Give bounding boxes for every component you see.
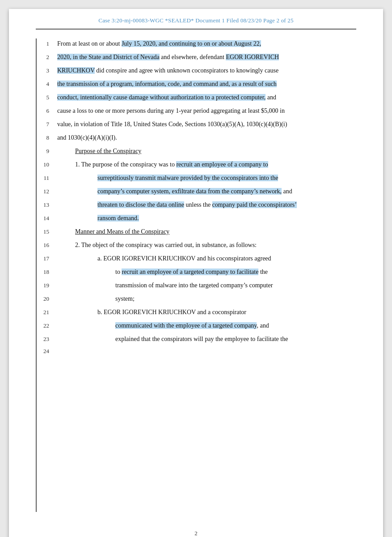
line-content: KRIUCHKOV did conspire and agree with un… <box>57 65 356 76</box>
text-segment: to <box>115 268 122 275</box>
line-content: value, in violation of Title 18, United … <box>57 119 356 129</box>
text-segment: the transmission of a program, informati… <box>57 81 277 87</box>
text-segment: From at least on or about <box>57 40 122 47</box>
line-content: transmission of malware into the targete… <box>57 280 356 290</box>
document-line: 11surreptitiously transmit malware provi… <box>36 173 356 185</box>
text-segment: recruit an employee of a targeted compan… <box>122 268 258 275</box>
text-segment: threaten to disclose the data online <box>97 201 184 208</box>
text-segment: conduct, intentionally cause damage with… <box>57 94 266 101</box>
line-number: 21 <box>36 308 49 316</box>
document-line: 17a. EGOR IGOREVICH KRIUCHKOV and his co… <box>36 253 356 266</box>
line-content: company’s computer system, exfiltrate da… <box>57 186 356 196</box>
line-content: Purpose of the Conspiracy <box>57 146 356 156</box>
line-number: 13 <box>36 201 49 209</box>
line-content: surreptitiously transmit malware provide… <box>57 173 356 183</box>
line-number: 10 <box>36 161 49 168</box>
text-segment: value, in violation of Title 18, United … <box>57 121 287 128</box>
text-segment: did conspire and agree with unknown coco… <box>95 67 278 74</box>
line-content: to recruit an employee of a targeted com… <box>57 267 356 277</box>
line-number: 17 <box>36 255 49 262</box>
text-segment: July 15, 2020, and continuing to on or a… <box>122 40 261 47</box>
text-segment: b. EGOR IGOREVICH KRIUCHKOV and a cocons… <box>97 309 246 315</box>
line-content: conduct, intentionally cause damage with… <box>57 92 356 102</box>
document-line: 4the transmission of a program, informat… <box>36 79 356 91</box>
document-page: Case 3:20-mj-00083-WGC *SEALED* Document… <box>9 9 383 537</box>
line-content: communicated with the employee of a targ… <box>57 320 356 331</box>
document-line: 7value, in violation of Title 18, United… <box>36 119 356 132</box>
text-segment: 1. The purpose of the conspiracy was to <box>75 161 176 168</box>
line-content: the transmission of a program, informati… <box>57 79 356 89</box>
document-line: 12company’s computer system, exfiltrate … <box>36 186 356 199</box>
lines-container: 1From at least on or about July 15, 2020… <box>36 38 356 360</box>
text-segment: a. EGOR IGOREVICH KRIUCHKOV and his coco… <box>97 255 271 262</box>
line-content: a. EGOR IGOREVICH KRIUCHKOV and his coco… <box>57 253 356 264</box>
line-content: 2020, in the State and District of Nevad… <box>57 52 356 62</box>
text-segment: KRIUCHKOV <box>57 67 95 74</box>
document-line: 20system; <box>36 294 356 306</box>
case-info-text: Case 3:20-mj-00083-WGC *SEALED* Document… <box>98 17 293 24</box>
text-segment: ransom demand. <box>97 215 139 222</box>
line-content: system; <box>57 294 356 304</box>
text-segment: company paid the coconspirators’ <box>212 201 297 208</box>
text-segment: transmission of malware into the targete… <box>115 282 273 289</box>
line-number: 5 <box>36 94 49 101</box>
text-segment: Manner and Means of the Conspiracy <box>75 228 169 235</box>
page-number: 2 <box>9 525 383 537</box>
document-line: 22communicated with the employee of a ta… <box>36 320 356 333</box>
document-line: 24 <box>36 347 356 360</box>
text-segment: system; <box>115 295 135 302</box>
line-number: 7 <box>36 120 49 128</box>
document-line: 162. The object of the conspiracy was ca… <box>36 240 356 252</box>
text-segment: Purpose of the Conspiracy <box>75 148 141 154</box>
text-segment: communicated with the employee of a targ… <box>115 322 257 329</box>
text-segment: surreptitiously transmit malware provide… <box>97 175 278 181</box>
line-number: 23 <box>36 335 49 343</box>
text-segment: , and <box>257 322 269 329</box>
line-number: 22 <box>36 322 49 329</box>
line-number: 9 <box>36 147 49 155</box>
document-line: 14ransom demand. <box>36 213 356 226</box>
line-number: 6 <box>36 107 49 115</box>
document-line: 101. The purpose of the conspiracy was t… <box>36 159 356 172</box>
line-number: 12 <box>36 188 49 195</box>
text-segment: and <box>266 94 276 101</box>
text-segment: the <box>258 268 268 275</box>
line-content: ransom demand. <box>57 213 356 223</box>
document-line: 8and 1030(c)(4)(A)(i)(I). <box>36 132 356 145</box>
line-number: 2 <box>36 53 49 61</box>
document-line: 22020, in the State and District of Neva… <box>36 52 356 64</box>
document-line: 5conduct, intentionally cause damage wit… <box>36 92 356 105</box>
line-content: 1. The purpose of the conspiracy was to … <box>57 159 356 170</box>
text-segment: recruit an employee of a company to <box>176 161 268 168</box>
text-segment: and elsewhere, defendant <box>160 54 226 60</box>
line-content: From at least on or about July 15, 2020,… <box>57 38 356 49</box>
line-content: Manner and Means of the Conspiracy <box>57 226 356 237</box>
text-segment: and 1030(c)(4)(A)(i)(I). <box>57 134 117 141</box>
document-line: 6cause a loss to one or more persons dur… <box>36 106 356 118</box>
line-content: cause a loss to one or more persons duri… <box>57 106 356 116</box>
document-line: 3KRIUCHKOV did conspire and agree with u… <box>36 65 356 78</box>
case-header: Case 3:20-mj-00083-WGC *SEALED* Document… <box>9 9 383 29</box>
line-number: 4 <box>36 80 49 88</box>
line-number: 14 <box>36 214 49 222</box>
line-content: and 1030(c)(4)(A)(i)(I). <box>57 132 356 143</box>
document-line: 9Purpose of the Conspiracy <box>36 146 356 158</box>
document-line: 15Manner and Means of the Conspiracy <box>36 226 356 239</box>
line-number: 1 <box>36 40 49 47</box>
document-line: 1From at least on or about July 15, 2020… <box>36 38 356 51</box>
page-number-text: 2 <box>194 530 198 537</box>
line-number: 24 <box>36 347 49 355</box>
line-number: 18 <box>36 268 49 276</box>
text-segment: 2020, in the State and District of Nevad… <box>57 54 160 60</box>
line-number: 3 <box>36 67 49 74</box>
line-content: threaten to disclose the data online unl… <box>57 200 356 210</box>
document-line: 13threaten to disclose the data online u… <box>36 200 356 212</box>
text-segment: unless the <box>184 201 212 208</box>
text-segment: company’s computer system, exfiltrate da… <box>97 188 282 195</box>
text-segment: EGOR IGOREVICH <box>226 54 279 60</box>
line-number: 16 <box>36 241 49 249</box>
document-body: 1From at least on or about July 15, 2020… <box>9 30 383 525</box>
line-number: 15 <box>36 228 49 235</box>
line-number: 8 <box>36 134 49 141</box>
text-segment: and <box>282 188 292 195</box>
